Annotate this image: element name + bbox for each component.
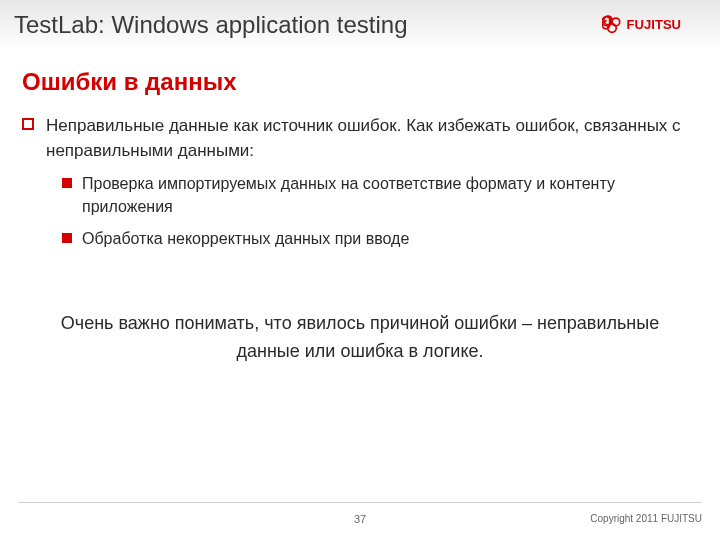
bullet-level1: Неправильные данные как источник ошибок.…	[22, 114, 698, 163]
page-number: 37	[354, 513, 366, 525]
slide-content: Ошибки в данных Неправильные данные как …	[0, 50, 720, 502]
logo-text: FUJITSU	[627, 17, 681, 32]
header-title: TestLab: Windows application testing	[14, 11, 408, 39]
bullet-level2: Обработка некорректных данных при вводе	[62, 228, 698, 250]
filled-square-icon	[62, 233, 72, 243]
section-title: Ошибки в данных	[22, 68, 698, 96]
summary-text: Очень важно понимать, что явилось причин…	[22, 310, 698, 366]
slide-header: TestLab: Windows application testing FUJ…	[0, 0, 720, 50]
bullet-text: Обработка некорректных данных при вводе	[82, 228, 409, 250]
slide: TestLab: Windows application testing FUJ…	[0, 0, 720, 540]
slide-footer: 37 Copyright 2011 FUJITSU	[18, 502, 702, 534]
hollow-square-icon	[22, 118, 34, 130]
bullet-text: Неправильные данные как источник ошибок.…	[46, 114, 698, 163]
copyright-text: Copyright 2011 FUJITSU	[590, 513, 702, 524]
filled-square-icon	[62, 178, 72, 188]
bullet-text: Проверка импортируемых данных на соответ…	[82, 173, 698, 218]
bullet-level2: Проверка импортируемых данных на соответ…	[62, 173, 698, 218]
fujitsu-logo: FUJITSU	[602, 14, 702, 36]
